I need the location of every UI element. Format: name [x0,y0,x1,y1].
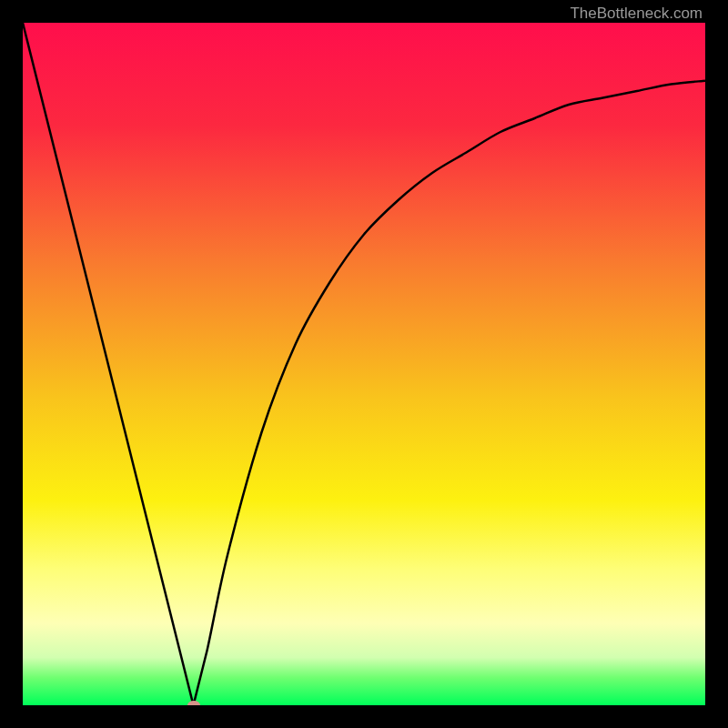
chart-container [23,23,705,705]
watermark-text: TheBottleneck.com [570,5,703,23]
minimum-marker [187,701,200,705]
curve-line [23,23,705,705]
